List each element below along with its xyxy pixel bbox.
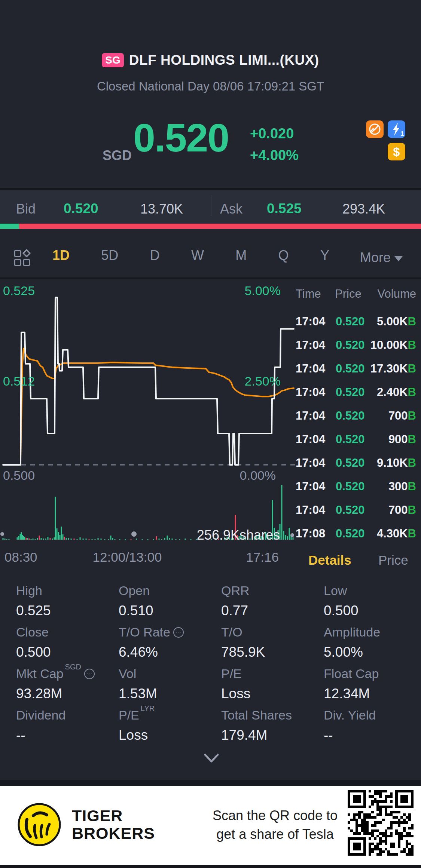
volume-bar	[21, 532, 22, 540]
volume-bar	[3, 538, 4, 540]
trade-time: 17:04	[296, 456, 325, 470]
stat-superscript: LYR	[141, 704, 155, 713]
trade-volume: 900B	[388, 433, 416, 446]
stat-value: --	[16, 727, 119, 743]
y-label-low-pct: 0.00%	[216, 468, 276, 483]
volume-bar	[27, 538, 28, 540]
info-icon[interactable]: ···	[173, 627, 184, 638]
volume-bar	[6, 539, 7, 540]
tab-details[interactable]: Details	[308, 553, 351, 568]
tab-1d[interactable]: 1D	[52, 248, 70, 263]
tab-w[interactable]: W	[191, 248, 204, 263]
trade-price: 0.520	[336, 433, 365, 446]
volume-bar	[153, 539, 154, 540]
tiger-brokers-logo	[17, 802, 62, 847]
volume-bar	[77, 539, 78, 540]
volume-bar	[147, 539, 149, 540]
y-label-low: 0.500	[3, 468, 35, 483]
market-status: Closed National Day 08/06 17:09:21 SGT	[0, 79, 421, 93]
volume-bar	[74, 539, 75, 540]
dollar-feature-icon[interactable]: $	[388, 143, 405, 160]
chevron-down-icon	[394, 256, 403, 261]
volume-bar	[80, 537, 81, 540]
volume-bar	[62, 534, 64, 540]
tab-y[interactable]: Y	[320, 248, 329, 263]
volume-bar	[41, 538, 42, 540]
stat-label: Float Cap	[324, 664, 421, 681]
volume-bar	[23, 536, 24, 540]
stat-value: 6.46%	[119, 644, 221, 660]
volume-bar	[66, 538, 67, 540]
tab-m[interactable]: M	[235, 248, 247, 263]
volume-bar	[54, 537, 55, 540]
more-periods-button[interactable]: More	[360, 250, 403, 266]
time-sales-row: 17:040.520700B	[277, 501, 421, 525]
brand-wordmark: TIGER BROKERS	[72, 807, 155, 842]
trade-volume: 10.00KB	[370, 338, 416, 352]
tab-5d[interactable]: 5D	[101, 248, 118, 263]
trade-time: 17:08	[296, 527, 325, 540]
stat-cell: T/O785.9K	[221, 622, 324, 664]
avg_price-line	[21, 349, 294, 458]
ask-size: 293.4K	[342, 201, 385, 217]
brand-line1: TIGER	[72, 807, 155, 825]
stat-label: Div. Yield	[324, 705, 421, 723]
trade-price: 0.520	[336, 386, 365, 399]
stock-detail-page: SG DLF HOLDINGS LIMI...(KUX) Closed Nati…	[0, 0, 421, 868]
qr-caption-line2: get a share of Tesla	[208, 825, 342, 844]
stat-value: 93.28M	[16, 686, 119, 702]
volume-bar	[131, 539, 132, 540]
qr-caption-line1: Scan the QR code to	[208, 806, 342, 825]
volume-bar	[9, 539, 10, 540]
volume-bar	[37, 538, 38, 540]
info-icon[interactable]: ···	[84, 669, 95, 679]
ts-header-time: Time	[296, 287, 321, 301]
tab-q[interactable]: Q	[278, 248, 289, 263]
trade-volume: 2.40KB	[377, 386, 416, 399]
volume-bar	[52, 539, 53, 540]
trade-time: 17:04	[296, 362, 325, 375]
trade-time: 17:04	[296, 503, 325, 517]
volume-bar	[89, 539, 90, 540]
stat-label: Open	[119, 581, 221, 598]
tab-price[interactable]: Price	[378, 553, 408, 568]
volume-bar	[83, 539, 84, 540]
volume-bar	[39, 536, 40, 540]
time-sales-row: 17:040.5205.00KB	[277, 313, 421, 336]
short-sell-restricted-icon[interactable]	[366, 120, 384, 138]
stat-cell: Dividend--	[16, 705, 119, 747]
volume-annotation: 256.9Kshares	[165, 527, 280, 543]
tab-d[interactable]: D	[150, 248, 160, 263]
stat-label: Mkt CapSGD···	[16, 664, 119, 681]
stat-label: High	[16, 581, 119, 598]
expand-chevron-icon[interactable]	[202, 752, 221, 764]
bid-ratio-bar	[0, 224, 19, 229]
stat-label: QRR	[221, 581, 324, 598]
stat-cell: Vol1.53M	[119, 664, 221, 705]
stat-superscript: SGD	[65, 663, 81, 671]
volume-bar	[45, 539, 46, 540]
chart-layout-grid-icon[interactable]	[13, 249, 31, 267]
time-sales-row: 17:080.5204.30KB	[277, 525, 421, 548]
trade-volume: 9.10KB	[377, 456, 416, 470]
stat-value: 1.53M	[119, 686, 221, 702]
stat-cell: T/O Rate···6.46%	[119, 622, 221, 664]
volume-bar	[101, 539, 102, 540]
volume-bar	[43, 539, 44, 540]
ask-label: Ask	[220, 201, 242, 217]
time-sales-row: 17:040.5202.40KB	[277, 383, 421, 407]
flash-order-1-icon[interactable]: 1	[388, 120, 405, 138]
trade-volume: 700B	[388, 409, 416, 423]
stat-label: P/ELYR	[119, 705, 221, 723]
stat-label: T/O	[221, 622, 324, 640]
stat-cell: High0.525	[16, 581, 119, 622]
trade-price: 0.520	[336, 480, 365, 493]
volume-bar	[48, 537, 49, 540]
ask-price: 0.525	[267, 201, 302, 217]
stat-cell: Amplitude5.00%	[324, 622, 421, 664]
volume-bar	[18, 536, 19, 540]
exchange-badge: SG	[102, 53, 123, 67]
volume-bar	[57, 528, 58, 540]
trade-price: 0.520	[336, 338, 365, 352]
volume-bar	[86, 539, 87, 540]
